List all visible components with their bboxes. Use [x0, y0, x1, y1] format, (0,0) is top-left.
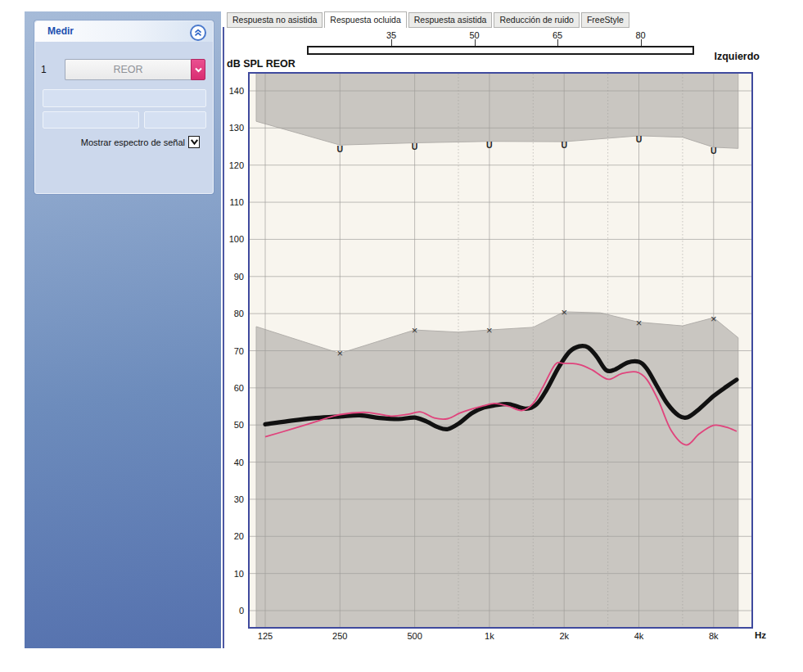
- chevron-down-icon: [190, 138, 199, 146]
- y-axis-tick-label: 130: [223, 123, 244, 133]
- tab-freestyle[interactable]: FreeStyle: [581, 12, 629, 28]
- stimulus-scale-tick: [557, 39, 558, 46]
- y-axis-tick-label: 100: [223, 234, 244, 244]
- measure-type-value: REOR: [113, 64, 142, 75]
- stimulus-level-bar: [307, 46, 694, 55]
- svg-text:×: ×: [337, 347, 344, 359]
- ear-label: Izquierdo: [707, 51, 760, 62]
- measure-type-dropdown-arrow[interactable]: [191, 59, 205, 80]
- measure-row: 1 REOR: [35, 59, 213, 80]
- panel-title: Medir: [47, 25, 74, 37]
- y-axis-tick-label: 90: [223, 272, 244, 282]
- measure-type-dropdown[interactable]: REOR: [65, 59, 191, 80]
- svg-text:U: U: [337, 144, 344, 154]
- y-axis-tick-label: 40: [223, 458, 244, 467]
- svg-text:U: U: [636, 134, 643, 144]
- y-axis-tick-label: 80: [223, 309, 244, 318]
- svg-text:×: ×: [486, 324, 493, 336]
- value-display-box: [43, 89, 206, 107]
- spectrum-label: Mostrar espectro de señal: [81, 138, 185, 147]
- panel-collapse-button[interactable]: [190, 25, 206, 41]
- tab-reduccion-de-ruido[interactable]: Reducción de ruido: [494, 12, 579, 28]
- y-axis-tick-label: 0: [223, 606, 244, 616]
- stimulus-scale-tick: [391, 39, 392, 46]
- chart-canvas: UUUUUU××××××: [250, 74, 751, 627]
- app-window: Medir 1 REOR: [0, 0, 803, 672]
- y-axis-tick-label: 70: [223, 346, 244, 356]
- svg-text:×: ×: [561, 306, 567, 318]
- svg-text:U: U: [711, 146, 717, 156]
- measure-panel-header: Medir: [35, 21, 213, 42]
- tab-respuesta-ocluida[interactable]: Respuesta ocluida: [324, 11, 406, 28]
- svg-text:U: U: [561, 140, 567, 150]
- x-axis-tick-label: 250: [332, 631, 347, 641]
- chevron-double-up-icon: [194, 29, 202, 37]
- svg-text:U: U: [486, 140, 493, 150]
- y-axis-tick-label: 60: [223, 383, 244, 393]
- y-axis-tick-label: 110: [223, 197, 244, 207]
- spectrum-row: Mostrar espectro de señal: [35, 136, 213, 149]
- stimulus-scale-tick: [641, 39, 642, 46]
- tab-bar: Respuesta no asistida Respuesta ocluida …: [227, 11, 631, 28]
- svg-text:U: U: [412, 142, 418, 151]
- y-axis-tick-label: 30: [223, 494, 244, 504]
- svg-text:×: ×: [412, 324, 418, 336]
- value-display-box: [144, 111, 206, 129]
- x-axis-tick-label: 500: [407, 631, 422, 641]
- y-axis-tick-label: 10: [223, 569, 244, 579]
- chart-title: dB SPL REOR: [227, 58, 295, 70]
- x-axis-tick-label: 8k: [709, 631, 719, 641]
- svg-text:×: ×: [711, 313, 717, 325]
- measure-number: 1: [41, 64, 47, 75]
- x-axis-tick-label: 1k: [485, 631, 494, 641]
- sidebar: Medir 1 REOR: [25, 11, 221, 648]
- value-display-box: [43, 111, 139, 129]
- x-axis-unit: Hz: [755, 630, 766, 640]
- y-axis-tick-label: 140: [223, 86, 244, 96]
- tab-respuesta-no-asistida[interactable]: Respuesta no asistida: [227, 12, 323, 28]
- tab-respuesta-asistida[interactable]: Respuesta asistida: [408, 12, 493, 28]
- spectrum-checkbox[interactable]: [188, 136, 200, 148]
- x-axis-tick-label: 4k: [634, 631, 644, 641]
- x-axis-tick-label: 125: [258, 631, 273, 641]
- rem-chart-plot: UUUUUU××××××: [248, 72, 753, 629]
- pane-divider: [223, 27, 224, 648]
- y-axis-tick-label: 120: [223, 160, 244, 170]
- stimulus-scale-tick: [475, 39, 476, 46]
- y-axis-tick-label: 50: [223, 420, 244, 430]
- measure-panel: Medir 1 REOR: [34, 20, 214, 194]
- x-axis-tick-label: 2k: [559, 631, 569, 641]
- svg-text:×: ×: [636, 317, 643, 329]
- y-axis-tick-label: 20: [223, 531, 244, 541]
- chevron-down-icon: [195, 67, 202, 73]
